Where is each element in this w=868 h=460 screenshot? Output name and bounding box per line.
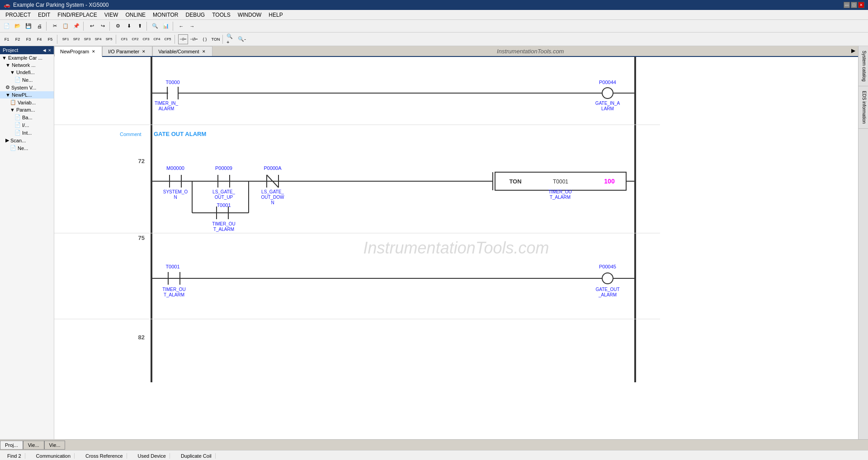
cf2-btn[interactable]: CF2 [130, 34, 140, 44]
f4-btn[interactable]: F4 [34, 34, 44, 44]
svg-text:75: 75 [138, 235, 145, 241]
sf5-btn[interactable]: SF5 [104, 34, 114, 44]
cf3-btn[interactable]: CF3 [141, 34, 151, 44]
f2-btn[interactable]: F2 [13, 34, 23, 44]
close-btn[interactable]: ✕ [858, 2, 864, 8]
zoom-in[interactable]: 🔍+ [226, 34, 236, 44]
arrow-left-btn[interactable]: ← [176, 21, 186, 31]
svg-text:P0000A: P0000A [264, 165, 282, 171]
compile-btn[interactable]: ⚙ [113, 21, 123, 31]
cf5-btn[interactable]: CF5 [163, 34, 173, 44]
tree-item-undef[interactable]: ▼ Undefi... [0, 69, 54, 76]
status-useddevice[interactable]: Used Device [134, 453, 170, 459]
cf4-btn[interactable]: CF4 [152, 34, 162, 44]
sep-l1 [57, 35, 59, 44]
sf3-btn[interactable]: SF3 [82, 34, 92, 44]
tab-variablecomment-label: Variable/Comment [158, 49, 199, 54]
menu-project[interactable]: PROJECT [2, 11, 34, 19]
tree-item-int[interactable]: 📄 Int... [0, 129, 54, 136]
title-controls[interactable]: — □ ✕ [844, 2, 864, 8]
toolbar-2: F1 F2 F3 F4 F5 SF1 SF2 SF3 SF4 SF5 CF1 C… [0, 33, 868, 46]
tree-item-ne2[interactable]: 📄 Ne... [0, 144, 54, 152]
project-title: Project [3, 47, 18, 53]
status-find2[interactable]: Find 2 [4, 453, 25, 459]
tab-ioparameter[interactable]: I/O Parameter ✕ [102, 46, 152, 56]
maximize-btn[interactable]: □ [851, 2, 857, 8]
menu-edit[interactable]: EDIT [34, 11, 54, 19]
tab-bar: NewProgram ✕ I/O Parameter ✕ Variable/Co… [54, 46, 858, 57]
upload-btn[interactable]: ⬆ [135, 21, 145, 31]
tree-item-scan[interactable]: ▶ Scan... [0, 136, 54, 144]
tree-item-io[interactable]: 📄 I/... [0, 121, 54, 129]
f1-btn[interactable]: F1 [2, 34, 12, 44]
lad-coil[interactable]: ( ) [200, 34, 210, 44]
tab-newprogram-close[interactable]: ✕ [91, 49, 96, 54]
undo-btn[interactable]: ↩ [87, 21, 97, 31]
menu-online[interactable]: ONLINE [122, 11, 149, 19]
f3-btn[interactable]: F3 [24, 34, 33, 44]
menu-window[interactable]: WINDOW [234, 11, 265, 19]
panel-controls: ◄ × [42, 47, 51, 53]
svg-text:GATE_IN_A: GATE_IN_A [595, 101, 620, 106]
sf1-btn[interactable]: SF1 [61, 34, 71, 44]
bottom-tab-vie2[interactable]: Vie... [44, 441, 66, 450]
eds-info-tab[interactable]: EDS information [859, 86, 868, 129]
status-communication[interactable]: Communication [33, 453, 75, 459]
svg-text:SYSTEM_O: SYSTEM_O [163, 189, 188, 194]
lad-no[interactable]: ⊣⊢ [178, 34, 188, 44]
menu-view[interactable]: VIEW [101, 11, 122, 19]
ladder-diagram[interactable]: InstrumentationTools.com 72 [54, 57, 858, 439]
tab-newprogram[interactable]: NewProgram ✕ [54, 46, 102, 57]
minimize-btn[interactable]: — [844, 2, 850, 8]
tabs-scroll-right[interactable]: ▶ [849, 46, 858, 56]
tree-item-newpl[interactable]: ▼ NewPL... [0, 91, 54, 99]
menu-help[interactable]: HELP [265, 11, 286, 19]
tree-item-variab[interactable]: 📋 Variab... [0, 99, 54, 106]
lad-ton[interactable]: TON [211, 34, 221, 44]
lad-nc[interactable]: ⊣/⊢ [189, 34, 199, 44]
menu-tools[interactable]: TOOLS [208, 11, 234, 19]
svg-text:OUT_DOW: OUT_DOW [261, 195, 284, 200]
menu-debug[interactable]: DEBUG [182, 11, 209, 19]
menu-findreplace[interactable]: FIND/REPLACE [54, 11, 100, 19]
tree-item-systemv[interactable]: ⚙ System V... [0, 84, 54, 91]
tree-item-network[interactable]: ▼ Network ... [0, 61, 54, 69]
status-crossref[interactable]: Cross Reference [82, 453, 127, 459]
tree-item-ba[interactable]: 📄 Ba... [0, 113, 54, 121]
tab-variablecomment[interactable]: Variable/Comment ✕ [152, 46, 212, 56]
redo-btn[interactable]: ↪ [98, 21, 108, 31]
svg-text:TIMER_IN_: TIMER_IN_ [155, 101, 179, 106]
sep-l4 [222, 35, 224, 44]
status-dupcoil[interactable]: Duplicate Coil [177, 453, 216, 459]
system-catalog-tab[interactable]: System catalog [859, 46, 868, 86]
bottom-tab-vie1[interactable]: Vie... [23, 441, 44, 450]
svg-text:N: N [271, 200, 274, 205]
svg-text:LS_GATE_: LS_GATE_ [212, 189, 235, 194]
monitor-btn[interactable]: 📊 [161, 21, 171, 31]
download-btn[interactable]: ⬇ [124, 21, 134, 31]
tree-item-ne1[interactable]: 📄 Ne... [0, 76, 54, 84]
tree-icon-scan: ▶ [5, 137, 9, 143]
print-btn[interactable]: 🖨 [34, 21, 44, 31]
arrow-right-btn[interactable]: → [187, 21, 197, 31]
sf4-btn[interactable]: SF4 [93, 34, 103, 44]
svg-text:_ALARM: _ALARM [598, 292, 617, 297]
paste-btn[interactable]: 📌 [71, 21, 81, 31]
copy-btn[interactable]: 📋 [61, 21, 71, 31]
new-btn[interactable]: 📄 [2, 21, 12, 31]
save-btn[interactable]: 💾 [24, 21, 33, 31]
tree-item-param[interactable]: ▼ Param... [0, 106, 54, 113]
f5-btn[interactable]: F5 [45, 34, 55, 44]
find-btn[interactable]: 🔍 [150, 21, 160, 31]
open-btn[interactable]: 📂 [13, 21, 23, 31]
menu-monitor[interactable]: MONITOR [149, 11, 182, 19]
bottom-tab-proj[interactable]: Proj... [0, 441, 23, 450]
tree-icon-undef: ▼ [10, 70, 15, 75]
sf2-btn[interactable]: SF2 [71, 34, 81, 44]
tab-variablecomment-close[interactable]: ✕ [201, 49, 207, 54]
tab-ioparameter-close[interactable]: ✕ [141, 49, 146, 54]
cf1-btn[interactable]: CF1 [119, 34, 129, 44]
tree-item-example[interactable]: ▼ Example Car ... [0, 54, 54, 61]
zoom-out[interactable]: 🔍- [237, 34, 247, 44]
cut-btn[interactable]: ✂ [50, 21, 60, 31]
